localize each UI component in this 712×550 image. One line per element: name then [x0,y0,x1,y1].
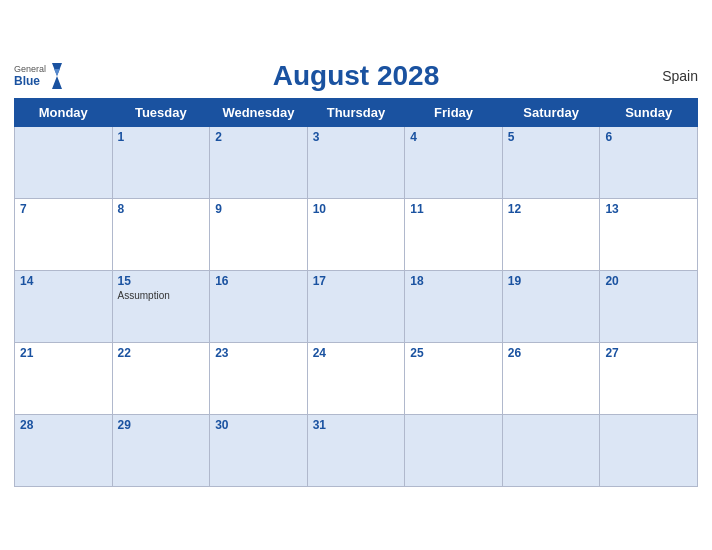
calendar-cell: 11 [405,198,503,270]
calendar-cell: 3 [307,126,405,198]
month-title: August 2028 [273,60,440,92]
calendar-cell: 18 [405,270,503,342]
calendar-cell: 13 [600,198,698,270]
day-number: 12 [508,202,595,216]
holiday-label: Assumption [118,290,205,301]
calendar-cell: 8 [112,198,210,270]
calendar-body: 123456789101112131415Assumption161718192… [15,126,698,486]
calendar-cell: 16 [210,270,308,342]
calendar-cell: 9 [210,198,308,270]
calendar-cell: 21 [15,342,113,414]
day-number: 13 [605,202,692,216]
calendar-cell: 5 [502,126,600,198]
calendar-cell [600,414,698,486]
calendar-cell: 4 [405,126,503,198]
calendar-cell: 15Assumption [112,270,210,342]
header-tuesday: Tuesday [112,98,210,126]
day-number: 6 [605,130,692,144]
day-number: 16 [215,274,302,288]
day-number: 27 [605,346,692,360]
calendar-cell [405,414,503,486]
calendar-cell: 29 [112,414,210,486]
header-wednesday: Wednesday [210,98,308,126]
calendar-week-row: 28293031 [15,414,698,486]
calendar-cell: 22 [112,342,210,414]
day-number: 22 [118,346,205,360]
day-number: 31 [313,418,400,432]
day-number: 15 [118,274,205,288]
day-number: 30 [215,418,302,432]
day-number: 1 [118,130,205,144]
day-number: 23 [215,346,302,360]
logo-area: General Blue [14,61,64,91]
calendar-cell: 10 [307,198,405,270]
calendar-cell: 27 [600,342,698,414]
svg-text:Blue: Blue [14,74,40,88]
calendar-cell: 17 [307,270,405,342]
calendar-wrapper: General Blue August 2028 Spain Monday Tu… [0,50,712,501]
day-number: 5 [508,130,595,144]
calendar-week-row: 78910111213 [15,198,698,270]
header-friday: Friday [405,98,503,126]
calendar-cell: 28 [15,414,113,486]
country-label: Spain [662,68,698,84]
calendar-cell: 19 [502,270,600,342]
day-number: 17 [313,274,400,288]
day-number: 19 [508,274,595,288]
calendar-cell: 30 [210,414,308,486]
day-number: 10 [313,202,400,216]
header-thursday: Thursday [307,98,405,126]
day-number: 11 [410,202,497,216]
day-number: 9 [215,202,302,216]
calendar-cell: 2 [210,126,308,198]
logo-svg: General Blue [14,61,64,91]
svg-marker-3 [54,69,60,76]
calendar-cell: 12 [502,198,600,270]
day-number: 28 [20,418,107,432]
header-sunday: Sunday [600,98,698,126]
day-number: 3 [313,130,400,144]
day-number: 26 [508,346,595,360]
day-number: 21 [20,346,107,360]
calendar-week-row: 123456 [15,126,698,198]
calendar-cell: 14 [15,270,113,342]
day-number: 2 [215,130,302,144]
day-number: 7 [20,202,107,216]
calendar-cell: 23 [210,342,308,414]
calendar-cell: 7 [15,198,113,270]
day-number: 14 [20,274,107,288]
calendar-cell: 24 [307,342,405,414]
svg-text:General: General [14,64,46,74]
day-number: 4 [410,130,497,144]
day-number: 25 [410,346,497,360]
day-number: 24 [313,346,400,360]
calendar-cell: 25 [405,342,503,414]
calendar-cell: 1 [112,126,210,198]
calendar-cell [502,414,600,486]
calendar-cell: 26 [502,342,600,414]
calendar-table: Monday Tuesday Wednesday Thursday Friday… [14,98,698,487]
calendar-week-row: 21222324252627 [15,342,698,414]
weekday-header-row: Monday Tuesday Wednesday Thursday Friday… [15,98,698,126]
day-number: 29 [118,418,205,432]
calendar-header: General Blue August 2028 Spain [14,60,698,92]
calendar-cell: 31 [307,414,405,486]
header-saturday: Saturday [502,98,600,126]
calendar-cell: 20 [600,270,698,342]
header-monday: Monday [15,98,113,126]
calendar-cell: 6 [600,126,698,198]
day-number: 8 [118,202,205,216]
calendar-cell [15,126,113,198]
calendar-week-row: 1415Assumption1617181920 [15,270,698,342]
day-number: 20 [605,274,692,288]
day-number: 18 [410,274,497,288]
